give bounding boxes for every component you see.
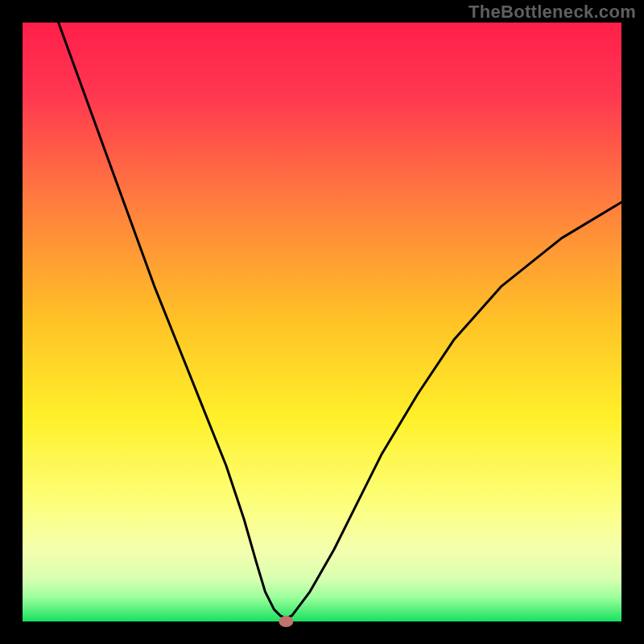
- optimum-marker: [279, 616, 293, 627]
- bottleneck-chart: [0, 0, 644, 644]
- plot-background: [23, 23, 621, 621]
- watermark-text: TheBottleneck.com: [469, 2, 636, 23]
